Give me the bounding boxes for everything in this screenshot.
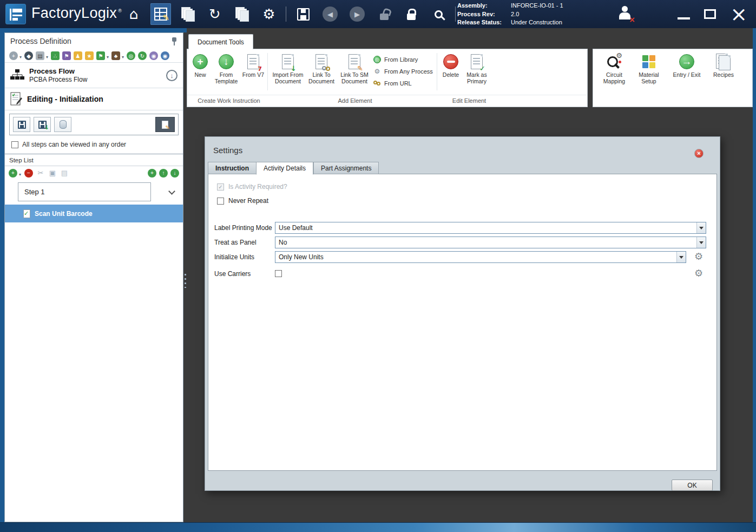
navigate-icon[interactable]: ◆ xyxy=(24,51,33,60)
remove-step-icon[interactable]: − xyxy=(24,169,33,178)
ribbon-right-group: ⚙ Circuit Mapping Material Setup → Entry… xyxy=(593,49,753,107)
use-carriers-checkbox[interactable] xyxy=(275,270,282,277)
treat-as-panel-select[interactable]: No xyxy=(275,237,706,248)
release-review-button[interactable] xyxy=(428,3,449,25)
process-tree-icon[interactable]: ∴ xyxy=(51,51,60,60)
pin-icon[interactable] xyxy=(171,37,178,45)
add-step-icon[interactable]: +▾ xyxy=(9,169,17,178)
copy-step-icon[interactable]: ▣ xyxy=(48,169,57,178)
recipes-button[interactable]: Recipes xyxy=(710,51,737,104)
add-dropdown-icon[interactable]: +▾ xyxy=(9,51,18,60)
maximize-button[interactable] xyxy=(704,9,716,19)
treat-as-panel-dropdown-icon[interactable] xyxy=(696,237,706,248)
material-setup-icon xyxy=(642,55,655,68)
tree-dropdown-icon[interactable]: ♣▾ xyxy=(111,51,120,60)
from-v7-button[interactable]: 7 From V7 xyxy=(241,51,265,78)
tab-part-assignments[interactable]: Part Assignments xyxy=(313,162,379,174)
from-url-button[interactable]: From URL xyxy=(372,77,435,89)
edit-instruction-button[interactable]: ✎ xyxy=(155,117,175,132)
mark-as-primary-icon: ✓ xyxy=(471,54,483,69)
mark-as-primary-button[interactable]: ✓ Mark as Primary xyxy=(462,51,491,84)
discard-instruction-button[interactable] xyxy=(54,117,71,132)
operator-icon[interactable]: ♟ xyxy=(74,51,82,60)
instruction-actions-bar: ↓ ✎ xyxy=(9,114,179,135)
add-group-label: Add Element xyxy=(271,97,439,104)
collapse-circle-icon[interactable]: ↓ xyxy=(166,70,178,81)
from-library-button[interactable]: ◎ From Library xyxy=(372,54,435,65)
never-repeat-checkbox[interactable] xyxy=(217,198,224,205)
move-step-down-icon[interactable]: ↓ xyxy=(170,169,179,178)
work-instructions-button[interactable]: ✎ xyxy=(150,3,171,25)
sync-button[interactable]: ↻ xyxy=(205,3,225,25)
home-icon: ⌂ xyxy=(129,7,139,21)
status-blue-icon[interactable]: ◉ xyxy=(161,51,169,60)
step-group-header[interactable]: Step 1 xyxy=(18,182,151,201)
label-printing-mode-label: Label Printing Mode xyxy=(214,222,272,234)
unlock-button[interactable] xyxy=(374,3,395,25)
titlebar-separator xyxy=(455,6,456,22)
step-item-selected[interactable]: ✓ Scan Unit Barcode xyxy=(5,205,183,222)
initialize-units-dropdown-icon[interactable] xyxy=(676,252,686,262)
flags-dropdown-icon[interactable]: ⚑▾ xyxy=(96,51,105,60)
activity-details-panel: ✓ Is Activity Required? Never Repeat Lab… xyxy=(208,174,717,471)
circuit-mapping-button[interactable]: ⚙ Circuit Mapping xyxy=(600,51,629,104)
milestone-flag-icon[interactable]: ⚑ xyxy=(62,51,71,60)
ok-button[interactable]: OK xyxy=(672,480,713,491)
documents-button[interactable] xyxy=(232,3,252,25)
import-instruction-button[interactable]: ↓ xyxy=(34,117,51,132)
status-purple-icon[interactable]: ◉ xyxy=(149,51,158,60)
favorite-icon[interactable]: ★ xyxy=(85,51,94,60)
new-button[interactable]: + New xyxy=(189,51,211,78)
import-from-document-button[interactable]: ↓ Import From Document xyxy=(270,51,306,84)
lock-button[interactable] xyxy=(401,3,422,25)
link-to-sm-document-button[interactable]: ✎ Link To SM Document xyxy=(337,51,372,84)
zoom-step-icon[interactable]: + xyxy=(148,169,156,178)
refresh-icon[interactable]: ↻ xyxy=(138,51,147,60)
save-button[interactable] xyxy=(293,3,313,25)
is-activity-required-checkbox[interactable]: ✓ xyxy=(217,183,224,191)
from-library-icon: ◎ xyxy=(373,56,381,63)
globe-icon[interactable]: ◎ xyxy=(127,51,135,60)
initialize-units-value: Only New Units xyxy=(275,252,676,262)
close-button[interactable]: × xyxy=(730,5,747,23)
initialize-units-select[interactable]: Only New Units xyxy=(275,251,686,263)
window-controls: × xyxy=(678,3,747,25)
dialog-close-button[interactable]: × xyxy=(694,149,704,158)
save-instruction-button[interactable] xyxy=(13,117,30,132)
home-button[interactable]: ⌂ xyxy=(123,3,144,25)
create-work-instruction-group: + New ↓ From Template 7 From V7 xyxy=(188,51,266,92)
move-step-up-icon[interactable]: ↑ xyxy=(159,169,168,178)
from-template-button[interactable]: ↓ From Template xyxy=(211,51,241,84)
user-logout-button[interactable]: × xyxy=(617,5,635,23)
ribbon-tab-document-tools[interactable]: Document Tools xyxy=(188,34,253,49)
use-carriers-gear-icon[interactable]: ⚙ xyxy=(694,268,703,278)
any-order-checkbox[interactable] xyxy=(11,141,18,148)
chevron-down-icon[interactable] xyxy=(168,188,175,195)
gear-icon: ⚙ xyxy=(262,7,275,21)
label-printing-mode-select[interactable]: Use Default xyxy=(275,222,706,234)
settings-button[interactable]: ⚙ xyxy=(259,3,279,25)
back-button[interactable]: ◀ xyxy=(320,3,340,25)
paste-step-icon[interactable]: ▤ xyxy=(60,169,69,178)
print-icon[interactable]: ▤▾ xyxy=(36,51,44,60)
editing-header: Editing - Initialization xyxy=(5,88,183,110)
process-flow-row[interactable]: Process Flow PCBA Process Flow ↓ xyxy=(5,63,183,88)
entry-exit-icon: → xyxy=(679,54,694,69)
material-setup-button[interactable]: Material Setup xyxy=(634,51,663,104)
entry-exit-button[interactable]: → Entry / Exit xyxy=(669,51,705,104)
minimize-button[interactable] xyxy=(678,9,690,19)
link-to-document-button[interactable]: Link To Document xyxy=(306,51,337,84)
close-icon: × xyxy=(730,5,747,23)
label-printing-mode-dropdown-icon[interactable] xyxy=(696,222,706,233)
tab-instruction[interactable]: Instruction xyxy=(208,162,256,174)
process-documents-button[interactable] xyxy=(178,3,198,25)
initialize-units-gear-icon[interactable]: ⚙ xyxy=(694,252,703,261)
delete-button[interactable]: Delete xyxy=(439,51,462,78)
cut-step-icon[interactable]: ✂ xyxy=(36,169,45,178)
tab-activity-details[interactable]: Activity Details xyxy=(256,162,313,175)
forward-button[interactable]: ▶ xyxy=(347,3,367,25)
release-status-value: Under Construction xyxy=(511,18,563,27)
import-from-document-label: Import From Document xyxy=(270,71,306,84)
application-window: FactoryLogix® ⌂ ✎ ↻ ⚙ ◀ ▶ Assembly: INFO… xyxy=(0,0,756,532)
from-any-process-button[interactable]: ⚙ From Any Process xyxy=(372,65,435,77)
